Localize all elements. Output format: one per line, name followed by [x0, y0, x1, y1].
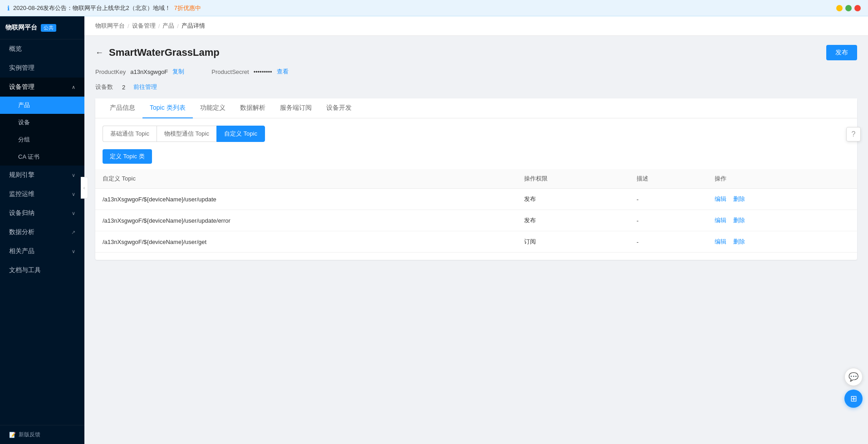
product-secret-row: ProductSecret ••••••••• 查看	[211, 68, 288, 76]
description-value-2: -	[629, 210, 707, 231]
help-button[interactable]: ?	[846, 127, 861, 141]
related-products-chevron: ∨	[72, 249, 75, 254]
sidebar-item-device[interactable]: 设备	[0, 114, 84, 131]
permissions-value-3: 订阅	[517, 231, 630, 253]
chat-float-btn[interactable]: 💬	[844, 368, 863, 386]
sub-tab-model[interactable]: 物模型通信 Topic	[157, 126, 216, 142]
delete-btn-3[interactable]: 删除	[733, 238, 745, 245]
actions-cell-1: 编辑 删除	[707, 189, 857, 210]
sidebar-item-device-归纳[interactable]: 设备归纳 ∨	[0, 204, 84, 223]
sidebar-item-related-products[interactable]: 相关产品 ∨	[0, 242, 84, 261]
sidebar-item-rules[interactable]: 规则引擎 ∨	[0, 166, 84, 185]
info-icon: ℹ	[7, 5, 10, 12]
table-header-row: 自定义 Topic 操作权限 描述 操作	[95, 169, 857, 189]
page-header: ← SmartWaterGrassLamp 发布	[95, 45, 857, 60]
breadcrumb: 物联网平台 / 设备管理 / 产品 / 产品详情	[84, 16, 868, 36]
col-description: 描述	[629, 169, 707, 189]
sidebar-item-group[interactable]: 分组	[0, 131, 84, 148]
actions-cell-3: 编辑 删除	[707, 231, 857, 253]
product-key-row: ProductKey a13nXsgwgoF 复制	[95, 68, 184, 76]
announcement-text: 2020-08-26发布公告：物联网平台上线华北2（北京）地域！	[13, 4, 171, 12]
sidebar-item-overview[interactable]: 概览	[0, 39, 84, 59]
main-content: 物联网平台 / 设备管理 / 产品 / 产品详情 ← SmartWaterGra…	[84, 16, 868, 444]
sub-tab-basic[interactable]: 基础通信 Topic	[103, 126, 157, 142]
win-max-btn[interactable]	[845, 5, 852, 11]
device-count-label: 设备数	[95, 83, 113, 91]
float-buttons: 💬 ⊞	[844, 368, 863, 408]
sidebar: 物联网平台 公共 概览 实例管理 设备管理 ∧ 产品 设备 分组 CA 证书	[0, 16, 84, 444]
rules-chevron: ∨	[72, 172, 75, 178]
tab-function-def[interactable]: 功能定义	[193, 98, 233, 118]
win-min-btn[interactable]	[836, 5, 843, 11]
announcement-link[interactable]: 7折优惠中	[174, 4, 201, 12]
sidebar-item-docs-tools[interactable]: 文档与工具	[0, 261, 84, 280]
apps-icon: ⊞	[850, 394, 857, 404]
permissions-value-2: 发布	[517, 210, 630, 231]
delete-btn-2[interactable]: 删除	[733, 217, 745, 224]
breadcrumb-sep-3: /	[177, 23, 179, 29]
breadcrumb-product[interactable]: 产品	[162, 22, 174, 30]
table-row: /a13nXsgwgoF/${deviceName}/user/update/e…	[95, 210, 857, 231]
table-row: /a13nXsgwgoF/${deviceName}/user/get 订阅 -…	[95, 231, 857, 253]
window-controls	[836, 5, 861, 11]
product-key-label: ProductKey	[95, 68, 126, 75]
feedback-icon: 📝	[9, 432, 16, 438]
goto-mgmt-link[interactable]: 前往管理	[133, 83, 157, 91]
content-area: ← SmartWaterGrassLamp 发布 ProductKey a13n…	[84, 36, 868, 444]
edit-btn-3[interactable]: 编辑	[715, 238, 726, 245]
topic-value-2: /a13nXsgwgoF/${deviceName}/user/update/e…	[95, 210, 517, 231]
external-link-icon: ↗	[71, 229, 75, 235]
monitor-chevron: ∨	[72, 191, 75, 197]
tab-data-parse[interactable]: 数据解析	[233, 98, 273, 118]
col-actions: 操作	[707, 169, 857, 189]
tab-server-subscribe[interactable]: 服务端订阅	[273, 98, 319, 118]
product-key-value: a13nXsgwgoF	[130, 68, 168, 75]
define-topic-btn[interactable]: 定义 Topic 类	[103, 149, 152, 164]
tab-device-dev[interactable]: 设备开发	[319, 98, 359, 118]
sidebar-item-monitor[interactable]: 监控运维 ∨	[0, 185, 84, 204]
device-count-row: 设备数 2 前往管理	[95, 83, 857, 91]
table-row: /a13nXsgwgoF/${deviceName}/user/update 发…	[95, 189, 857, 210]
permissions-value-1: 发布	[517, 189, 630, 210]
back-button[interactable]: ←	[95, 48, 103, 58]
topic-value-1: /a13nXsgwgoF/${deviceName}/user/update	[95, 189, 517, 210]
view-secret-button[interactable]: 查看	[277, 68, 289, 76]
col-custom-topic: 自定义 Topic	[95, 169, 517, 189]
sidebar-item-data-analysis[interactable]: 数据分析 ↗	[0, 223, 84, 242]
feedback-btn[interactable]: 📝 新版反馈	[0, 425, 84, 444]
announcement-bar: ℹ 2020-08-26发布公告：物联网平台上线华北2（北京）地域！ 7折优惠中	[0, 0, 868, 16]
sidebar-item-device-mgmt[interactable]: 设备管理 ∧	[0, 78, 84, 97]
product-detail-card: 产品信息 Topic 类列表 功能定义 数据解析 服务端订阅	[95, 98, 857, 260]
col-permissions: 操作权限	[517, 169, 630, 189]
sidebar-header: 物联网平台 公共	[0, 16, 84, 39]
tab-product-info[interactable]: 产品信息	[103, 98, 142, 118]
sidebar-logo: 物联网平台	[5, 24, 37, 32]
topic-table-container: 自定义 Topic 操作权限 描述 操作 /a13nXsgwgoF/${devi…	[95, 169, 857, 260]
product-secret-label: ProductSecret	[211, 68, 249, 75]
delete-btn-1[interactable]: 删除	[733, 195, 745, 202]
publish-button[interactable]: 发布	[826, 45, 857, 60]
page-title: SmartWaterGrassLamp	[109, 47, 220, 59]
topic-value-3: /a13nXsgwgoF/${deviceName}/user/get	[95, 231, 517, 253]
sidebar-item-product[interactable]: 产品	[0, 97, 84, 114]
sidebar-item-instance-mgmt[interactable]: 实例管理	[0, 59, 84, 78]
copy-button[interactable]: 复制	[172, 68, 184, 76]
sub-tab-custom[interactable]: 自定义 Topic	[216, 126, 265, 142]
breadcrumb-sep-2: /	[158, 23, 160, 29]
edit-btn-1[interactable]: 编辑	[715, 195, 726, 202]
sub-tabs: 基础通信 Topic 物模型通信 Topic 自定义 Topic	[95, 118, 857, 142]
description-value-3: -	[629, 231, 707, 253]
sidebar-collapse-btn[interactable]: ‹	[81, 177, 88, 199]
apps-float-btn[interactable]: ⊞	[844, 390, 863, 408]
breadcrumb-device-mgmt[interactable]: 设备管理	[132, 22, 156, 30]
device-归纳-chevron: ∨	[72, 210, 75, 216]
tab-topic-list[interactable]: Topic 类列表	[142, 98, 193, 118]
breadcrumb-home[interactable]: 物联网平台	[95, 22, 125, 30]
product-secret-value: •••••••••	[254, 68, 272, 75]
breadcrumb-sep-1: /	[128, 23, 129, 29]
edit-btn-2[interactable]: 编辑	[715, 217, 726, 224]
main-tabs: 产品信息 Topic 类列表 功能定义 数据解析 服务端订阅	[95, 98, 857, 118]
sidebar-item-ca-cert[interactable]: CA 证书	[0, 148, 84, 166]
device-mgmt-chevron: ∧	[72, 84, 75, 90]
win-close-btn[interactable]	[854, 5, 861, 11]
